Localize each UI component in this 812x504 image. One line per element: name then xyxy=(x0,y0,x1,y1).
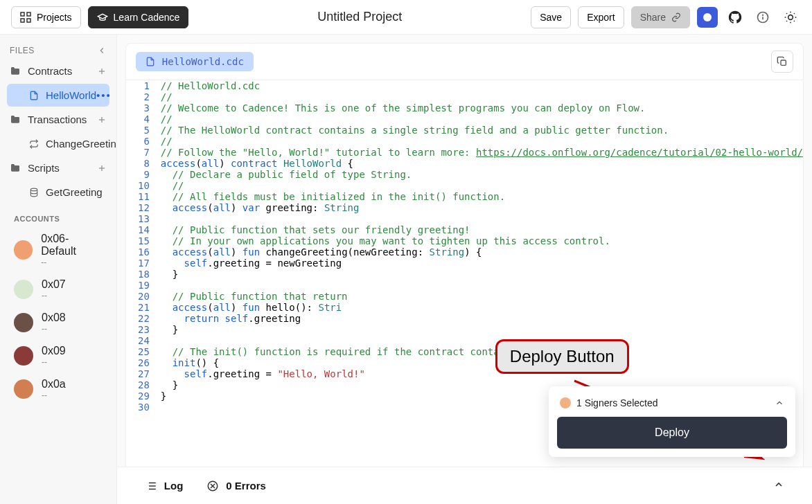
info-icon[interactable] xyxy=(752,7,773,28)
code-text: init() { xyxy=(157,357,219,368)
log-tab[interactable]: Log xyxy=(145,480,184,492)
database-icon xyxy=(29,188,39,197)
code-text: // HelloWorld.cdc xyxy=(157,80,260,91)
code-text: access(all) fun hello(): Stri xyxy=(157,302,342,313)
account-id: 0x07 xyxy=(42,278,66,291)
svg-rect-1 xyxy=(27,12,30,16)
github-icon[interactable] xyxy=(725,7,745,28)
line-number: 11 xyxy=(126,191,157,202)
editor-area: HelloWorld.cdc 1// HelloWorld.cdc2//3// … xyxy=(117,35,812,504)
swap-icon xyxy=(29,139,39,149)
file-helloworld[interactable]: HelloWorld ••• xyxy=(7,84,109,107)
svg-line-16 xyxy=(794,13,795,14)
copy-button[interactable] xyxy=(771,51,793,73)
line-number: 27 xyxy=(126,368,157,379)
folder-scripts[interactable]: Scripts xyxy=(0,156,116,179)
code-text: return self.greeting xyxy=(157,313,301,324)
account-sub: -- xyxy=(42,291,66,300)
code-text: // xyxy=(157,91,173,102)
code-text xyxy=(157,335,161,346)
line-number: 14 xyxy=(126,224,157,235)
tabs-bar: HelloWorld.cdc xyxy=(125,43,804,80)
svg-rect-3 xyxy=(27,19,30,22)
folder-transactions[interactable]: Transactions xyxy=(0,108,116,131)
avatar xyxy=(14,240,33,260)
learn-cadence-button[interactable]: Learn Cadence xyxy=(88,6,189,28)
code-text: } xyxy=(157,379,178,390)
code-text: // Welcome to Cadence! This is one of th… xyxy=(157,102,646,114)
save-button[interactable]: Save xyxy=(531,6,571,28)
svg-line-13 xyxy=(786,13,787,14)
avatar-icon xyxy=(560,397,571,408)
chevron-up-icon xyxy=(773,479,784,490)
code-text: // xyxy=(157,114,173,125)
file-changegreeting[interactable]: ChangeGreeting xyxy=(7,132,109,155)
folder-icon xyxy=(10,163,21,174)
collapse-icon[interactable] xyxy=(97,46,107,55)
account-id: 0x06-Default xyxy=(41,233,103,258)
code-text xyxy=(157,402,161,413)
line-number: 22 xyxy=(126,313,157,324)
share-button[interactable]: Share xyxy=(631,6,690,28)
folder-icon xyxy=(10,114,21,125)
line-number: 28 xyxy=(126,379,157,390)
avatar xyxy=(14,313,33,332)
list-icon xyxy=(145,480,157,492)
line-number: 15 xyxy=(126,235,157,246)
code-text: // The HelloWorld contract contains a si… xyxy=(157,125,669,136)
topbar: Projects Learn Cadence Untitled Project … xyxy=(0,0,812,35)
code-text: // In your own applications you may want… xyxy=(157,235,610,246)
more-icon[interactable]: ••• xyxy=(96,89,112,101)
svg-rect-0 xyxy=(21,12,24,16)
line-number: 6 xyxy=(126,136,157,147)
errors-tab[interactable]: 0 Errors xyxy=(206,480,266,492)
account-row[interactable]: 0x08 -- xyxy=(0,306,116,339)
svg-rect-2 xyxy=(21,19,24,22)
account-row[interactable]: 0x09 -- xyxy=(0,339,116,372)
code-text: self.greeting = newGreeting xyxy=(157,258,342,269)
line-number: 29 xyxy=(126,390,157,402)
callout-annotation: Deploy Button xyxy=(495,339,629,374)
code-text: // xyxy=(157,180,184,191)
account-id: 0x08 xyxy=(42,312,66,324)
link-icon xyxy=(671,12,681,22)
code-text: // Follow the "Hello, World!" tutorial t… xyxy=(157,147,803,158)
line-number: 7 xyxy=(126,147,157,158)
signers-label: 1 Signers Selected xyxy=(576,397,658,408)
flow-logo-icon[interactable] xyxy=(697,7,718,28)
code-text: // xyxy=(157,136,173,147)
plus-icon[interactable] xyxy=(97,66,107,76)
line-number: 1 xyxy=(126,80,157,91)
chevron-up-icon[interactable] xyxy=(775,398,784,408)
file-getgreeting[interactable]: GetGreeting xyxy=(7,181,109,204)
account-sub: -- xyxy=(42,324,66,334)
account-sub: -- xyxy=(41,258,103,267)
plus-icon[interactable] xyxy=(97,163,107,173)
projects-button[interactable]: Projects xyxy=(11,6,81,28)
svg-line-14 xyxy=(794,21,795,21)
export-button[interactable]: Export xyxy=(578,6,624,28)
account-id: 0x09 xyxy=(42,345,66,357)
code-text: // Public function that sets our friendl… xyxy=(157,224,470,235)
svg-point-4 xyxy=(703,13,712,21)
folder-contracts[interactable]: Contracts xyxy=(0,60,116,82)
account-row[interactable]: 0x07 -- xyxy=(0,273,116,306)
line-number: 30 xyxy=(126,402,157,413)
account-sub: -- xyxy=(42,390,66,400)
expand-panel[interactable] xyxy=(773,479,784,492)
file-icon xyxy=(29,91,39,100)
deploy-button[interactable]: Deploy xyxy=(557,417,787,449)
line-number: 20 xyxy=(126,291,157,302)
svg-line-15 xyxy=(786,21,787,21)
line-number: 12 xyxy=(126,202,157,213)
account-id: 0x0a xyxy=(42,378,66,390)
accounts-header: ACCOUNTS xyxy=(0,205,116,227)
plus-icon[interactable] xyxy=(97,115,107,125)
account-row[interactable]: 0x06-Default -- xyxy=(0,227,116,273)
account-row[interactable]: 0x0a -- xyxy=(0,372,116,406)
code-text: // Declare a public field of type String… xyxy=(157,169,412,180)
code-text: access(all) fun changeGreeting(newGreeti… xyxy=(157,246,482,258)
code-text: access(all) contract HelloWorld { xyxy=(157,158,353,169)
tab-helloworld[interactable]: HelloWorld.cdc xyxy=(136,52,254,71)
theme-toggle-icon[interactable] xyxy=(780,7,801,28)
